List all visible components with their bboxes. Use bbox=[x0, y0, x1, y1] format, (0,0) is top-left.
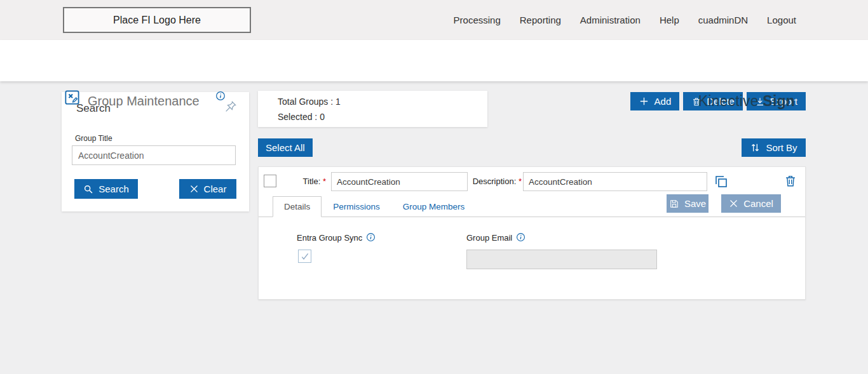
nav-help[interactable]: Help bbox=[660, 15, 679, 25]
save-button-label: Save bbox=[684, 198, 706, 209]
nav-reporting[interactable]: Reporting bbox=[520, 15, 561, 25]
add-button-label: Add bbox=[654, 96, 672, 107]
group-description-field[interactable] bbox=[523, 172, 707, 191]
save-disk-icon bbox=[669, 199, 679, 209]
page-title-info-icon[interactable] bbox=[215, 91, 226, 101]
selected-count-text: Selected : 0 bbox=[278, 112, 325, 122]
tab-permissions[interactable]: Permissions bbox=[322, 196, 391, 217]
entra-label-text: Entra Group Sync bbox=[297, 233, 362, 243]
group-row-card: Title: * Description: * bbox=[258, 166, 806, 300]
entra-group-sync-checkbox[interactable] bbox=[298, 250, 311, 263]
nav-processing[interactable]: Processing bbox=[454, 15, 501, 25]
page-title: Group Maintenance bbox=[88, 94, 200, 109]
page: Place FI Logo Here Processing Reporting … bbox=[0, 0, 868, 374]
brand-name: Kinective bbox=[698, 93, 759, 109]
group-email-label-text: Group Email bbox=[466, 233, 512, 243]
checkmark-icon bbox=[300, 251, 310, 262]
description-required-marker: * bbox=[519, 177, 522, 186]
fi-logo-placeholder: Place FI Logo Here bbox=[63, 7, 251, 33]
clear-x-icon bbox=[189, 184, 199, 194]
cancel-button-label: Cancel bbox=[743, 198, 773, 209]
cancel-button[interactable]: Cancel bbox=[721, 194, 781, 213]
title-field-label: Title: * bbox=[284, 177, 326, 186]
description-label-text: Description: bbox=[473, 177, 517, 186]
select-all-button[interactable]: Select All bbox=[258, 138, 313, 157]
trash-icon bbox=[783, 174, 799, 188]
group-email-input[interactable] bbox=[466, 250, 657, 269]
group-title-field[interactable] bbox=[331, 172, 468, 191]
description-field-label: Description: * bbox=[468, 177, 522, 186]
fi-logo-text: Place FI Logo Here bbox=[113, 15, 201, 26]
nav-logout[interactable]: Logout bbox=[767, 15, 796, 25]
sort-arrows-icon bbox=[750, 142, 761, 153]
select-all-label: Select All bbox=[266, 142, 305, 153]
top-bar: Place FI Logo Here Processing Reporting … bbox=[0, 0, 868, 40]
add-button[interactable]: Add bbox=[630, 92, 680, 110]
plus-icon bbox=[639, 96, 649, 107]
title-required-marker: * bbox=[323, 177, 326, 186]
group-title-input[interactable] bbox=[72, 145, 236, 165]
brand-product: Sign bbox=[763, 93, 795, 109]
group-email-label: Group Email bbox=[466, 232, 526, 243]
clear-button[interactable]: Clear bbox=[179, 179, 236, 199]
search-panel: Search Group Title Search bbox=[62, 92, 249, 211]
search-button[interactable]: Search bbox=[74, 179, 138, 199]
copy-icon bbox=[714, 174, 729, 189]
pin-icon[interactable] bbox=[224, 100, 238, 114]
entra-group-sync-label: Entra Group Sync bbox=[297, 232, 376, 243]
search-button-label: Search bbox=[98, 184, 129, 194]
sort-by-button[interactable]: Sort By bbox=[742, 138, 806, 157]
tab-group-members[interactable]: Group Members bbox=[391, 196, 477, 217]
row-select-checkbox[interactable] bbox=[264, 175, 276, 187]
group-email-info-icon[interactable] bbox=[516, 232, 526, 243]
title-label-text: Title: bbox=[303, 177, 321, 186]
total-groups-text: Total Groups : 1 bbox=[278, 97, 341, 107]
search-icon bbox=[83, 184, 93, 194]
summary-panel: Total Groups : 1 Selected : 0 bbox=[258, 91, 487, 127]
brand-logo: Kinective Sign bbox=[698, 93, 795, 110]
group-maintenance-icon bbox=[64, 89, 81, 106]
entra-info-icon[interactable] bbox=[366, 232, 376, 243]
clear-button-label: Clear bbox=[204, 184, 227, 194]
copy-group-button[interactable] bbox=[714, 174, 729, 189]
main-content: Search Group Title Search bbox=[0, 81, 868, 374]
page-header: Group Maintenance Kinective Sign bbox=[0, 40, 868, 81]
nav-username[interactable]: cuadminDN bbox=[698, 15, 748, 25]
group-title-label: Group Title bbox=[75, 134, 112, 143]
tab-details[interactable]: Details bbox=[273, 196, 322, 217]
cancel-x-icon bbox=[729, 199, 738, 208]
save-button[interactable]: Save bbox=[667, 194, 709, 213]
nav-administration[interactable]: Administration bbox=[580, 15, 641, 25]
sort-by-label: Sort By bbox=[766, 142, 797, 153]
top-navigation: Processing Reporting Administration Help… bbox=[454, 0, 796, 40]
delete-group-row-button[interactable] bbox=[783, 173, 799, 189]
group-tabs: Details Permissions Group Members bbox=[273, 196, 476, 217]
